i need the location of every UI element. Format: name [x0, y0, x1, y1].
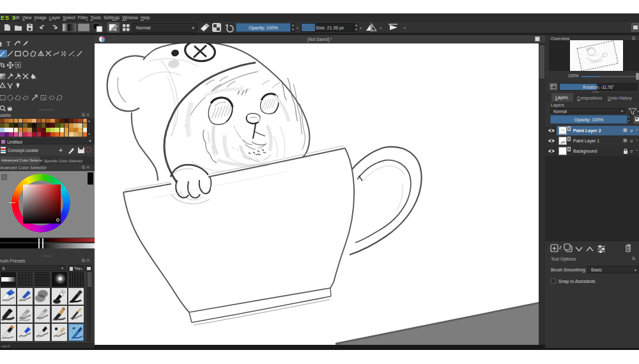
svg-text:T: T [6, 40, 11, 47]
